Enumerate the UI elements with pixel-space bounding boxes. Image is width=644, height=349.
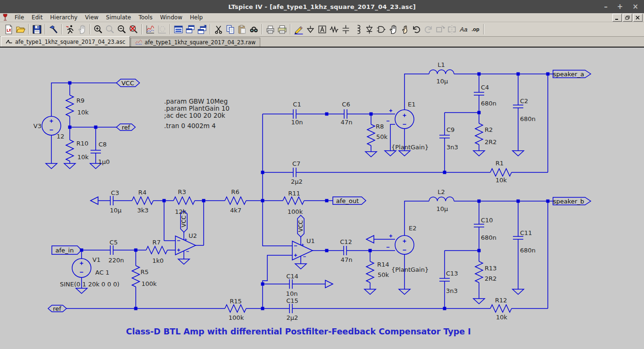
- zoom-back-button[interactable]: [104, 24, 116, 35]
- tab-schematic[interactable]: afe_type1_1khz_square_2017_04_23.asc: [1, 36, 130, 47]
- capacitor-C8[interactable]: [91, 150, 101, 153]
- C8-name[interactable]: C8: [99, 141, 107, 148]
- capacitor-C15[interactable]: [289, 304, 292, 313]
- R13-name[interactable]: R13: [485, 265, 497, 272]
- resistor-R8[interactable]: [367, 124, 375, 146]
- resistor-R1[interactable]: [490, 169, 512, 176]
- capacitor-C11[interactable]: [513, 236, 523, 239]
- C6-value[interactable]: 47n: [341, 119, 353, 126]
- C3-value[interactable]: 10µ: [110, 207, 122, 214]
- C4-value[interactable]: 680n: [481, 100, 496, 107]
- capacitor-C12[interactable]: [344, 246, 347, 255]
- C15-value[interactable]: 2µ2: [287, 314, 298, 321]
- R7-name[interactable]: R7: [152, 239, 160, 246]
- R13-value[interactable]: 2R2: [485, 275, 497, 282]
- resistor-R10[interactable]: [66, 140, 74, 161]
- R2-name[interactable]: R2: [485, 126, 493, 133]
- R11-name[interactable]: R11: [288, 190, 300, 197]
- C5-name[interactable]: C5: [109, 239, 117, 246]
- save-button[interactable]: [31, 24, 43, 35]
- resistor-R2[interactable]: [475, 123, 483, 145]
- menu-window[interactable]: Window: [156, 13, 186, 22]
- open-file-button[interactable]: [15, 24, 26, 35]
- R5-value[interactable]: 100k: [141, 280, 157, 287]
- place-inductor-button[interactable]: [352, 24, 363, 35]
- capacitor-C1[interactable]: [293, 109, 296, 119]
- drag-button[interactable]: [399, 24, 411, 35]
- C9-value[interactable]: 3n3: [446, 144, 458, 151]
- R4-name[interactable]: R4: [138, 189, 146, 196]
- C7-name[interactable]: C7: [292, 160, 300, 167]
- place-text-button[interactable]: Aa: [458, 24, 470, 35]
- resistor-R15[interactable]: [225, 305, 246, 312]
- move-button[interactable]: [387, 24, 399, 35]
- menu-help[interactable]: Help: [186, 13, 206, 22]
- directive-tran[interactable]: .tran 0 4002m 4: [164, 122, 216, 130]
- port-afe-in-label[interactable]: afe_in: [56, 247, 74, 254]
- capacitor-C9[interactable]: [439, 135, 450, 138]
- halt-simulation-button[interactable]: [76, 24, 88, 35]
- R1-value[interactable]: 10k: [495, 177, 507, 184]
- capacitor-C13[interactable]: [439, 278, 450, 281]
- R10-value[interactable]: 10k: [77, 154, 89, 161]
- U1-name[interactable]: U1: [306, 237, 315, 244]
- C11-value[interactable]: 680n: [520, 247, 536, 254]
- L2-value[interactable]: 10µ: [437, 205, 448, 212]
- cascade-windows-button[interactable]: [184, 24, 196, 35]
- C10-name[interactable]: C10: [481, 217, 493, 224]
- C11-name[interactable]: C11: [520, 229, 532, 236]
- R10-name[interactable]: R10: [76, 140, 89, 147]
- spice-directive-button[interactable]: .op: [470, 24, 481, 35]
- R6-value[interactable]: 4k7: [230, 207, 241, 214]
- mirror-button[interactable]: [446, 24, 458, 35]
- schematic-canvas[interactable]: .param GBW 10Meg .param PlantGain 10 ;ac…: [0, 47, 644, 349]
- maximize-button[interactable]: +: [617, 0, 623, 13]
- L1-name[interactable]: L1: [438, 61, 445, 68]
- voltage-source-V1[interactable]: [72, 259, 91, 277]
- arrow-port-left-e2[interactable]: [366, 235, 374, 243]
- R14-value[interactable]: 50k: [378, 271, 389, 278]
- C7-value[interactable]: 2µ2: [291, 178, 303, 185]
- R12-value[interactable]: 10k: [496, 314, 508, 321]
- R11-value[interactable]: 100k: [288, 208, 303, 215]
- capacitor-C10[interactable]: [474, 224, 484, 227]
- flag-ref-bottom-label[interactable]: ref: [53, 305, 61, 312]
- mdi-restore-button[interactable]: [623, 14, 632, 22]
- V1-ac-value[interactable]: AC 1: [95, 269, 109, 276]
- net-flags[interactable]: [48, 70, 591, 312]
- resistor-R14[interactable]: [366, 261, 374, 283]
- E1-name[interactable]: E1: [408, 101, 416, 108]
- port-afe-out-label[interactable]: afe_out: [336, 197, 359, 204]
- C12-value[interactable]: 47n: [341, 256, 353, 263]
- place-component-button[interactable]: [375, 24, 387, 35]
- resistor-R5[interactable]: [132, 266, 140, 287]
- U2-name[interactable]: U2: [189, 232, 197, 239]
- rotate-button[interactable]: [434, 24, 446, 35]
- arrange-windows-button[interactable]: [196, 24, 208, 35]
- R15-value[interactable]: 100k: [229, 314, 244, 321]
- R15-name[interactable]: R15: [230, 298, 242, 305]
- capacitor-C14[interactable]: [289, 279, 292, 289]
- V3-value[interactable]: 12: [57, 133, 65, 140]
- flag-vcc-label[interactable]: VCC: [121, 80, 134, 87]
- inductor-L2[interactable]: [429, 197, 454, 201]
- capacitor-C6[interactable]: [344, 109, 347, 119]
- R4-value[interactable]: 3k3: [137, 207, 149, 214]
- inductor-L1[interactable]: [429, 70, 454, 74]
- C2-name[interactable]: C2: [520, 97, 528, 105]
- cut-button[interactable]: [213, 24, 224, 35]
- zoom-out-button[interactable]: [116, 24, 128, 35]
- mdi-close-button[interactable]: [633, 14, 643, 22]
- waveform-pane-button[interactable]: [144, 24, 156, 35]
- E1-value[interactable]: {PlantGain}: [391, 144, 429, 151]
- C14-value[interactable]: 10n: [286, 290, 298, 297]
- C8-value[interactable]: 1µ0: [98, 158, 110, 165]
- arrow-port-right-c14[interactable]: [325, 280, 333, 288]
- C14-name[interactable]: C14: [286, 273, 298, 280]
- resistor-R12[interactable]: [490, 305, 512, 312]
- zoom-in-button[interactable]: [92, 24, 104, 35]
- R7-value[interactable]: 1k0: [152, 257, 164, 264]
- R2-value[interactable]: 2R2: [485, 138, 497, 146]
- port-speaker-b-label[interactable]: speaker_b: [553, 198, 584, 205]
- flag-vcc-u2-label[interactable]: VCC: [181, 216, 187, 227]
